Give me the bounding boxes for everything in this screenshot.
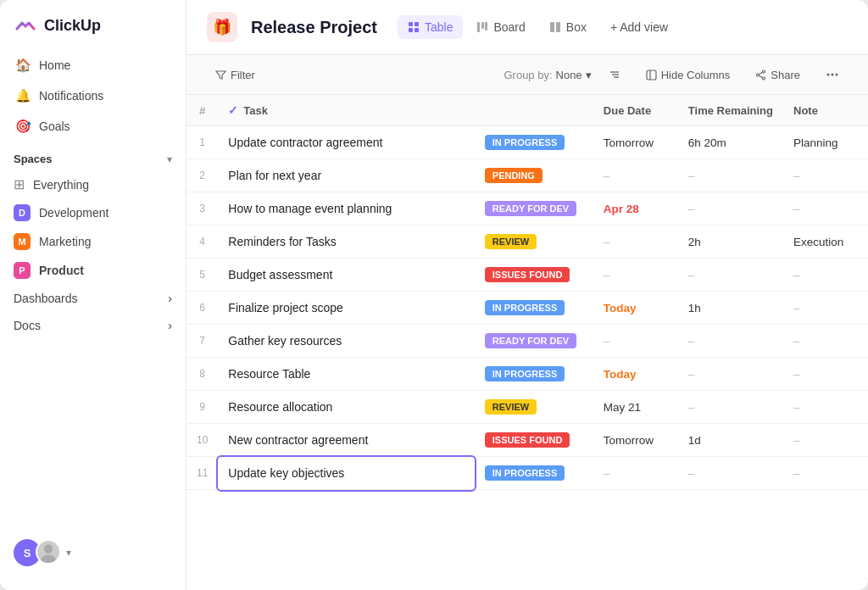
goals-icon: 🎯 — [15, 119, 31, 134]
cell-num: 11 — [186, 457, 218, 490]
cell-time: – — [678, 457, 783, 490]
cell-time: – — [678, 325, 783, 358]
cell-note: – — [783, 159, 868, 192]
sidebar-item-goals[interactable]: 🎯 Goals — [7, 112, 179, 141]
cell-task: Reminders for Tasks — [218, 225, 474, 259]
docs-chevron-icon: › — [168, 319, 172, 332]
tab-board[interactable]: Board — [466, 15, 535, 39]
user-avatar-secondary — [36, 539, 61, 565]
main-content: 🎁 Release Project Table Board Box + Add … — [186, 0, 868, 590]
svg-point-22 — [832, 74, 834, 76]
table-row: 7 Gather key resources READY FOR DEV – –… — [186, 325, 868, 358]
cell-num: 2 — [186, 159, 218, 192]
dashboards-collapsible[interactable]: Dashboards › — [0, 285, 186, 312]
cell-note: Planning — [783, 126, 868, 159]
status-badge: REVIEW — [485, 399, 537, 415]
development-avatar: D — [14, 204, 31, 221]
cell-time: – — [678, 391, 783, 424]
cell-task[interactable]: Update key objectives — [218, 457, 474, 490]
cell-due: – — [593, 159, 678, 192]
col-task: ✓ Task — [218, 95, 474, 126]
svg-rect-7 — [481, 22, 484, 29]
logo-text: ClickUp — [44, 17, 101, 35]
cell-num: 5 — [186, 259, 218, 292]
add-view-button[interactable]: + Add view — [600, 15, 678, 39]
project-icon: 🎁 — [207, 12, 237, 42]
spaces-label: Spaces — [14, 153, 53, 165]
sort-icon — [609, 69, 620, 81]
sidebar: ClickUp 🏠 Home 🔔 Notifications 🎯 Goals S… — [0, 0, 186, 590]
table-row: 11 Update key objectives IN PROGRESS – –… — [186, 457, 868, 490]
cell-task: How to manage event planning — [218, 192, 474, 225]
table-row: 6 Finalize project scope IN PROGRESS Tod… — [186, 292, 868, 325]
cell-task: Plan for next year — [218, 159, 474, 192]
svg-point-23 — [836, 74, 838, 76]
share-button[interactable]: Share — [747, 64, 809, 86]
sidebar-item-notifications-label: Notifications — [39, 89, 103, 103]
user-menu-chevron-icon[interactable]: ▾ — [66, 547, 71, 559]
sidebar-item-notifications[interactable]: 🔔 Notifications — [7, 81, 179, 110]
sidebar-nav: 🏠 Home 🔔 Notifications 🎯 Goals — [0, 51, 186, 142]
docs-collapsible[interactable]: Docs › — [0, 312, 186, 339]
svg-rect-8 — [485, 22, 487, 31]
status-badge: READY FOR DEV — [485, 333, 576, 348]
cell-num: 3 — [186, 192, 218, 225]
cell-note: – — [783, 424, 868, 457]
col-status — [475, 95, 593, 126]
cell-note: – — [783, 391, 868, 424]
product-avatar: P — [14, 262, 31, 279]
cell-due: – — [593, 457, 678, 490]
cell-task: Finalize project scope — [218, 292, 474, 325]
table-row: 10 New contractor agreement ISSUES FOUND… — [186, 424, 868, 457]
home-icon: 🏠 — [15, 58, 31, 73]
tab-box[interactable]: Box — [539, 15, 597, 39]
sidebar-item-home-label: Home — [39, 58, 70, 72]
cell-task: Resource Table — [218, 358, 474, 391]
tab-table[interactable]: Table — [398, 15, 463, 39]
cell-num: 9 — [186, 391, 218, 424]
spaces-chevron-icon[interactable]: ▾ — [167, 153, 172, 165]
tasks-table: # ✓ Task Due Date Time Remaining Note — [186, 95, 868, 490]
space-item-marketing[interactable]: M Marketing — [0, 227, 186, 256]
cell-time: – — [678, 358, 783, 391]
cell-num: 6 — [186, 292, 218, 325]
status-badge: ISSUES FOUND — [485, 432, 570, 448]
cell-time: 6h 20m — [678, 126, 783, 159]
cell-status: ISSUES FOUND — [475, 424, 593, 457]
avatar-group: S — [14, 539, 61, 566]
filter-button[interactable]: Filter — [207, 64, 264, 86]
hide-columns-button[interactable]: Hide Columns — [637, 64, 739, 86]
svg-point-0 — [44, 544, 53, 553]
cell-time: – — [678, 159, 783, 192]
dashboards-chevron-icon: › — [168, 292, 172, 305]
cell-note: – — [783, 192, 868, 225]
share-icon — [755, 70, 766, 81]
svg-rect-10 — [556, 22, 560, 32]
table-row: 2 Plan for next year PENDING – – – — [186, 159, 868, 192]
cell-due: Today — [593, 358, 678, 391]
more-options-button[interactable] — [817, 64, 848, 86]
col-due: Due Date — [593, 95, 678, 126]
svg-line-19 — [760, 75, 763, 78]
svg-point-18 — [757, 74, 760, 76]
bell-icon: 🔔 — [15, 88, 31, 103]
cell-task: New contractor agreement — [218, 424, 474, 457]
space-item-product[interactable]: P Product — [0, 256, 186, 285]
space-item-development[interactable]: D Development — [0, 198, 186, 227]
cell-status: READY FOR DEV — [475, 192, 593, 225]
dashboards-label: Dashboards — [14, 292, 78, 305]
cell-status: IN PROGRESS — [475, 457, 593, 490]
cell-task: Update contractor agreement — [218, 126, 474, 159]
more-icon — [826, 68, 839, 81]
hide-columns-icon — [646, 70, 657, 81]
table-row: 9 Resource allocation REVIEW May 21 – – — [186, 391, 868, 424]
sidebar-item-home[interactable]: 🏠 Home — [7, 51, 179, 80]
board-icon — [476, 21, 488, 33]
cell-status: IN PROGRESS — [475, 292, 593, 325]
cell-time: – — [678, 259, 783, 292]
sort-button[interactable] — [600, 64, 629, 85]
table-body: 1 Update contractor agreement IN PROGRES… — [186, 126, 868, 490]
space-item-everything[interactable]: ⊞ Everything — [0, 170, 186, 198]
group-by-control[interactable]: Group by: None ▾ — [504, 69, 591, 81]
cell-note: – — [783, 325, 868, 358]
